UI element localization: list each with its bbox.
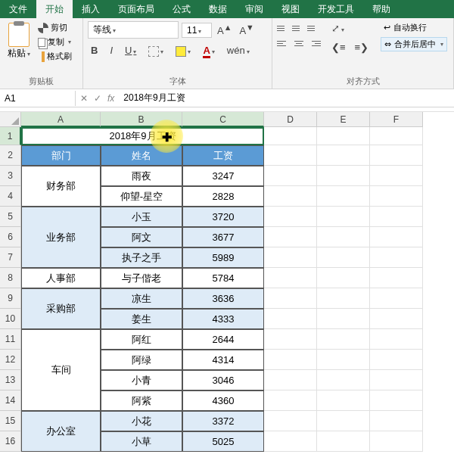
- tab-developer[interactable]: 开发工具: [309, 0, 363, 18]
- cell-E4[interactable]: [317, 186, 370, 207]
- tab-view[interactable]: 视图: [272, 0, 309, 18]
- cell-E15[interactable]: [317, 411, 370, 431]
- dept-cell[interactable]: 业务部: [21, 207, 101, 268]
- tab-file[interactable]: 文件: [0, 0, 36, 18]
- cell-F14[interactable]: [370, 390, 423, 411]
- cell-D1[interactable]: [264, 127, 317, 145]
- row-header-4[interactable]: 4: [0, 186, 21, 207]
- cell-D16[interactable]: [264, 431, 317, 452]
- cell-D9[interactable]: [264, 288, 317, 309]
- dept-cell[interactable]: 人事部: [21, 268, 101, 288]
- salary-cell[interactable]: 3720: [182, 207, 264, 227]
- increase-font-button[interactable]: A▲: [215, 23, 234, 36]
- dept-cell[interactable]: 采购部: [21, 288, 101, 329]
- worksheet[interactable]: ABCDEF 12018年9月工资2部门姓名工资3财务部雨夜32474仰望-星空…: [0, 112, 454, 452]
- accept-formula-button[interactable]: ✓: [94, 93, 101, 104]
- cell-F3[interactable]: [370, 166, 423, 186]
- salary-cell[interactable]: 3372: [182, 411, 264, 431]
- row-header-1[interactable]: 1: [0, 127, 21, 145]
- name-cell[interactable]: 小青: [101, 370, 182, 390]
- merge-center-button[interactable]: ⇔合并后居中: [381, 37, 447, 51]
- italic-button[interactable]: I: [107, 43, 116, 58]
- salary-cell[interactable]: 5989: [182, 247, 264, 268]
- salary-cell[interactable]: 5784: [182, 268, 264, 288]
- fx-button[interactable]: fx: [107, 93, 114, 104]
- cell-E8[interactable]: [317, 268, 370, 288]
- column-header-A[interactable]: A: [21, 112, 101, 127]
- cell-F15[interactable]: [370, 411, 423, 431]
- cell-F13[interactable]: [370, 370, 423, 390]
- cell-E10[interactable]: [317, 309, 370, 329]
- align-middle-button[interactable]: [292, 21, 306, 35]
- name-cell[interactable]: 凉生: [101, 288, 182, 309]
- cell-D15[interactable]: [264, 411, 317, 431]
- formula-input[interactable]: 2018年9月工资: [119, 89, 454, 107]
- tab-help[interactable]: 帮助: [363, 0, 400, 18]
- cut-button[interactable]: 剪切: [36, 21, 73, 34]
- cell-D11[interactable]: [264, 329, 317, 350]
- cell-D12[interactable]: [264, 350, 317, 370]
- name-box[interactable]: A1: [0, 91, 76, 106]
- tab-insert[interactable]: 插入: [73, 0, 109, 18]
- cell-D10[interactable]: [264, 309, 317, 329]
- bold-button[interactable]: B: [88, 43, 101, 58]
- cell-F16[interactable]: [370, 431, 423, 452]
- border-button[interactable]: [145, 43, 166, 58]
- align-center-button[interactable]: [292, 36, 306, 50]
- salary-cell[interactable]: 3636: [182, 288, 264, 309]
- salary-cell[interactable]: 5025: [182, 431, 264, 452]
- dept-cell[interactable]: 车间: [21, 329, 101, 411]
- name-cell[interactable]: 与子偕老: [101, 268, 182, 288]
- cell-F4[interactable]: [370, 186, 423, 207]
- dept-cell[interactable]: 财务部: [21, 166, 101, 207]
- row-header-6[interactable]: 6: [0, 227, 21, 247]
- increase-indent-button[interactable]: ≡❯: [352, 40, 372, 54]
- cell-D4[interactable]: [264, 186, 317, 207]
- dept-cell[interactable]: 办公室: [21, 411, 101, 452]
- fill-color-button[interactable]: [173, 43, 194, 58]
- cell-F9[interactable]: [370, 288, 423, 309]
- row-header-2[interactable]: 2: [0, 145, 21, 166]
- row-header-16[interactable]: 16: [0, 431, 21, 452]
- cell-D7[interactable]: [264, 247, 317, 268]
- tab-review[interactable]: 审阅: [236, 0, 272, 18]
- name-cell[interactable]: 小草: [101, 431, 182, 452]
- cell-E5[interactable]: [317, 207, 370, 227]
- row-header-15[interactable]: 15: [0, 411, 21, 431]
- font-color-button[interactable]: A: [200, 43, 217, 58]
- row-header-8[interactable]: 8: [0, 268, 21, 288]
- column-header-B[interactable]: B: [101, 112, 182, 127]
- cell-E7[interactable]: [317, 247, 370, 268]
- name-cell[interactable]: 阿紫: [101, 390, 182, 411]
- tab-data[interactable]: 数据: [200, 0, 236, 18]
- salary-cell[interactable]: 3046: [182, 370, 264, 390]
- cell-F12[interactable]: [370, 350, 423, 370]
- paste-button[interactable]: 粘贴: [5, 21, 33, 61]
- select-all-corner[interactable]: [0, 112, 21, 127]
- name-cell[interactable]: 阿绿: [101, 350, 182, 370]
- cell-D14[interactable]: [264, 390, 317, 411]
- font-size-select[interactable]: 11: [182, 23, 212, 38]
- cell-F10[interactable]: [370, 309, 423, 329]
- name-cell[interactable]: 阿文: [101, 227, 182, 247]
- header-dept[interactable]: 部门: [21, 145, 101, 166]
- cell-F8[interactable]: [370, 268, 423, 288]
- cell-F5[interactable]: [370, 207, 423, 227]
- row-header-13[interactable]: 13: [0, 370, 21, 390]
- cell-E3[interactable]: [317, 166, 370, 186]
- align-bottom-button[interactable]: [307, 21, 321, 35]
- phonetic-button[interactable]: wén: [224, 43, 253, 58]
- header-salary[interactable]: 工资: [182, 145, 264, 166]
- name-cell[interactable]: 仰望-星空: [101, 186, 182, 207]
- row-header-7[interactable]: 7: [0, 247, 21, 268]
- font-family-select[interactable]: 等线: [88, 21, 179, 39]
- cell-E16[interactable]: [317, 431, 370, 452]
- cell-E2[interactable]: [317, 145, 370, 166]
- salary-cell[interactable]: 4360: [182, 390, 264, 411]
- row-header-12[interactable]: 12: [0, 350, 21, 370]
- row-header-3[interactable]: 3: [0, 166, 21, 186]
- row-header-11[interactable]: 11: [0, 329, 21, 350]
- align-top-button[interactable]: [277, 21, 291, 35]
- name-cell[interactable]: 小玉: [101, 207, 182, 227]
- name-cell[interactable]: 雨夜: [101, 166, 182, 186]
